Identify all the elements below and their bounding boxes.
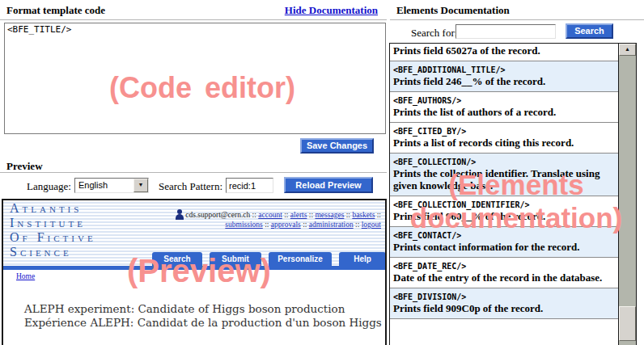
element-name: <BFE_CITED_BY/>: [393, 126, 615, 137]
search-pattern-input[interactable]: [226, 178, 273, 193]
tab-submit[interactable]: Submit: [210, 252, 261, 266]
account-link-alerts[interactable]: alerts: [290, 211, 307, 219]
site-header: AtlantisInstituteOf FictiveScience cds.s…: [3, 200, 385, 270]
account-links-line2: submissions :: approvals :: administrati…: [163, 220, 381, 229]
element-description: Prints contact information for the recor…: [393, 241, 615, 253]
element-name: <BFE_DATE_REC/>: [393, 261, 615, 271]
tab-personalize[interactable]: Personalize: [269, 252, 332, 266]
element-doc-item[interactable]: <BFE_COLLECTION/>Prints the collection i…: [390, 154, 618, 196]
search-pattern-label: Search Pattern:: [159, 180, 222, 193]
user-icon: [176, 209, 184, 220]
preview-controls: Language: English ▼ Search Pattern: Relo…: [0, 177, 387, 196]
bibformat-template-editor: Format template code Hide Documentation …: [0, 0, 644, 345]
language-select-value: English: [78, 180, 108, 190]
site-logo-line: Science: [10, 245, 96, 259]
chevron-down-icon[interactable]: ▼: [133, 179, 148, 192]
tab-help[interactable]: Help: [339, 252, 386, 266]
elements-list: Prints field 65027a of the record.<BFE_A…: [390, 44, 619, 345]
scroll-up-arrow-icon[interactable]: ▲: [619, 44, 636, 56]
save-changes-button[interactable]: Save Changes: [300, 138, 374, 154]
element-description: Prints the collection identifier. Transl…: [393, 167, 615, 191]
elements-list-scrollbar[interactable]: ▲: [619, 44, 636, 345]
element-name: <BFE_COLLECTION/>: [393, 157, 615, 167]
element-description: Prints field 246__% of the record.: [393, 75, 615, 87]
element-description: Prints field 65027a of the record.: [393, 44, 615, 57]
element-doc-item[interactable]: <BFE_CITED_BY/>Prints a list of records …: [390, 123, 618, 154]
nav-bar-divider: [3, 266, 385, 270]
account-link-submissions[interactable]: submissions: [225, 221, 262, 229]
site-logo: AtlantisInstituteOf FictiveScience: [10, 201, 96, 259]
account-link-logout[interactable]: logout: [362, 221, 381, 229]
account-link-approvals[interactable]: approvals: [271, 221, 301, 229]
element-doc-item[interactable]: <BFE_CONTACT/>Prints contact information…: [390, 227, 618, 258]
format-template-title: Format template code: [6, 4, 105, 17]
element-doc-item[interactable]: <BFE_DIVISION/>Prints field 909C0p of th…: [390, 288, 618, 319]
element-doc-item[interactable]: <BFE_ADDITIONAL_TITLE/>Prints field 246_…: [390, 61, 618, 92]
element-name: <BFE_ADDITIONAL_TITLE/>: [393, 65, 615, 75]
record-line: ALEPH experiment: Candidate of Higgs bos…: [24, 302, 382, 316]
account-link-baskets[interactable]: baskets: [352, 211, 375, 219]
element-doc-item[interactable]: Prints field 65027a of the record.: [390, 44, 618, 61]
scrollbar-thumb[interactable]: [619, 306, 636, 341]
site-nav-tabs: SearchSubmitPersonalizeHelp: [152, 252, 386, 266]
site-logo-line: Of Fictive: [10, 230, 96, 245]
element-name: <BFE_CONTACT/>: [393, 230, 615, 241]
element-doc-item[interactable]: <BFE_COLLECTION_IDENTIFIER/>Prints field…: [390, 196, 618, 227]
record-line: Expérience ALEPH: Candidat de la product…: [24, 316, 382, 330]
elements-doc-title: Elements Documentation: [396, 4, 510, 17]
language-label: Language:: [27, 180, 71, 193]
element-name: <BFE_DIVISION/>: [393, 292, 615, 302]
account-links: cds.support@cern.ch :: account :: alerts…: [163, 209, 381, 229]
record-preview-text: ALEPH experiment: Candidate of Higgs bos…: [24, 302, 382, 330]
tab-search[interactable]: Search: [152, 252, 202, 266]
hide-documentation-link[interactable]: Hide Documentation: [285, 4, 378, 17]
element-description: Prints field 960__% of the record.: [393, 210, 615, 222]
element-doc-item[interactable]: <BFE_AUTHORS/>Prints the list of authors…: [390, 92, 618, 123]
site-logo-line: Institute: [10, 216, 96, 230]
account-links-line1: cds.support@cern.ch :: account :: alerts…: [163, 209, 381, 220]
element-doc-item[interactable]: <BFE_DATE_REC/>Date of the entry of the …: [390, 258, 618, 288]
element-description: Prints field 909C0p of the record.: [393, 302, 615, 314]
element-name: <BFE_AUTHORS/>: [393, 95, 615, 106]
search-for-label: Search for:: [411, 27, 457, 40]
elements-search-button[interactable]: Search: [566, 23, 613, 39]
language-select[interactable]: English ▼: [74, 178, 149, 193]
element-description: Prints the list of authors of a record.: [393, 106, 615, 118]
site-logo-line: Atlantis: [10, 201, 96, 216]
account-link-administration[interactable]: administration: [309, 221, 354, 229]
format-template-header: Format template code Hide Documentation: [0, 0, 387, 20]
home-link[interactable]: Home: [16, 272, 35, 280]
element-description: Date of the entry of the record in the d…: [393, 271, 615, 284]
preview-header: Preview: [0, 158, 387, 173]
preview-frame: AtlantisInstituteOf FictiveScience cds.s…: [2, 199, 387, 345]
account-link-messages[interactable]: messages: [315, 211, 344, 219]
preview-title: Preview: [6, 160, 43, 173]
reload-preview-button[interactable]: Reload Preview: [284, 177, 373, 193]
elements-search-input[interactable]: [455, 24, 556, 39]
element-name: <BFE_COLLECTION_IDENTIFIER/>: [393, 200, 615, 210]
element-description: Prints a list of records citing this rec…: [393, 137, 615, 149]
template-code-editor[interactable]: <BFE_TITLE/>: [4, 23, 386, 134]
account-link-account[interactable]: account: [258, 211, 282, 219]
elements-documentation-list-box: Prints field 65027a of the record.<BFE_A…: [389, 43, 637, 345]
